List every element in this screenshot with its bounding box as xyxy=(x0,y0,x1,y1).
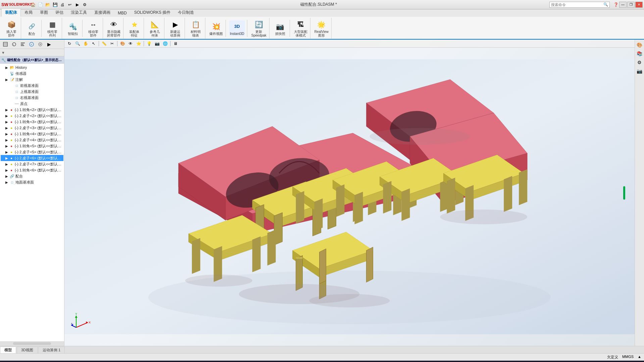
tree-item-part2-4[interactable]: ▶ ● (-) 2.桌子<4> (默认<<默认>_显示... xyxy=(1,137,63,143)
insert-part-btn[interactable]: 📦 插入零部件 xyxy=(4,18,19,38)
ribbon-group-smart: 🔩 智能扣 xyxy=(63,20,83,37)
search-input[interactable] xyxy=(551,3,603,7)
tab-motion-study[interactable]: 运动算例 1 xyxy=(38,347,65,353)
home-btn[interactable]: 🏠 xyxy=(30,1,36,8)
tab-model[interactable]: 模型 xyxy=(0,347,16,353)
realview-btn[interactable]: 🌟 RealView图形 xyxy=(314,18,329,38)
restore-btn[interactable]: ❐ xyxy=(627,2,635,8)
feature-manager-btn[interactable] xyxy=(1,41,9,48)
tree-item-right-plane[interactable]: □ 右视基准面 xyxy=(1,95,63,101)
p12-expand[interactable]: ▶ xyxy=(5,108,9,112)
tree-item-origin[interactable]: — 原点 xyxy=(1,101,63,107)
tree-root-item[interactable]: 🔧 磁性配合（默认<<默认>_显示状态-1>） xyxy=(0,56,64,64)
hide-show-btn[interactable]: 👁 xyxy=(127,40,134,47)
tree-item-part2-3[interactable]: ▶ ● (-) 2.桌子<3> (默认<<默认>_显示... xyxy=(1,125,63,131)
snapshot-btn[interactable]: 📷 抓快照 xyxy=(273,20,288,36)
tab-evaluate[interactable]: 评估 xyxy=(52,8,67,17)
measure-btn[interactable]: 📏 xyxy=(100,40,108,47)
tab-sketch[interactable]: 草图 xyxy=(36,8,52,17)
tree-item-annotations[interactable]: ▶ 📝 注解 xyxy=(1,76,63,83)
tab-plugins[interactable]: SOLIDWORKS 插件 xyxy=(131,8,175,17)
status-extra: ▲ xyxy=(638,355,641,360)
display-manager-btn[interactable] xyxy=(36,41,44,48)
tree-item-part2-5[interactable]: ▶ ● (-) 2.桌子<5> (默认<<默认>_显示... xyxy=(1,149,63,155)
tree-item-part2-2[interactable]: ▶ ● (-) 2.桌子<2> (默认<<默认>_显示... xyxy=(1,113,63,119)
lights-btn[interactable]: 💡 xyxy=(145,40,153,47)
pan-btn[interactable]: ✋ xyxy=(82,40,89,47)
tree-item-ground-plane[interactable]: ▶ □ 地面基准面 xyxy=(1,179,63,185)
tab-layout[interactable]: 布局 xyxy=(21,8,36,17)
h-scroll-thumb[interactable] xyxy=(13,342,51,345)
right-tab-camera[interactable]: 📷 xyxy=(636,67,644,75)
tree-item-part1-4[interactable]: ▶ ● (-) 1.转角<4> (默认<<默认>_显示... xyxy=(1,131,63,137)
tree-item-part2-6[interactable]: ▶ ● (-) 2.桌子<6> (默认<<默认>_显示... xyxy=(1,155,63,161)
camera-btn[interactable]: 📷 xyxy=(153,40,161,47)
help-btn[interactable]: ❓ xyxy=(612,1,619,8)
select-btn[interactable]: ↖ xyxy=(90,40,97,47)
horizontal-scrollbar[interactable] xyxy=(0,341,64,346)
mate-btn[interactable]: 🔗 配合 xyxy=(24,20,39,36)
refgeo-btn[interactable]: 📐 参考几何体 xyxy=(147,18,162,38)
annotations-expand[interactable]: ▶ xyxy=(5,78,9,82)
tree-item-part2-7[interactable]: ▶ ● (-) 2.桌子<7> (默认<<默认>_显示... xyxy=(1,161,63,167)
tree-item-part1-6[interactable]: ▶ ● (-) 1.转角<6> (默认<<默认>_显示... xyxy=(1,167,63,173)
undo-btn[interactable]: ↩ xyxy=(66,1,73,8)
print-btn[interactable]: 🖨 xyxy=(59,1,66,8)
tree-item-history[interactable]: ▶ 📂 History xyxy=(1,64,63,70)
tree-item-front-plane[interactable]: □ 前视基准面 xyxy=(1,83,63,89)
smart-btn[interactable]: 🔩 智能扣 xyxy=(65,20,80,36)
tree-item-part1-3[interactable]: ▶ ● (-) 1.转角<3> (默认<<默认>_显示... xyxy=(1,119,63,125)
speedpak-btn[interactable]: 🔄 更新Speedpak xyxy=(251,18,267,38)
property-manager-btn[interactable]: i xyxy=(10,41,18,48)
tab-assembly[interactable]: 装配体 xyxy=(1,8,21,17)
appearance-btn[interactable]: ⭐ xyxy=(135,40,142,47)
save-btn[interactable]: 💾 xyxy=(52,1,58,8)
showhide-btn[interactable]: 👁 显示隐藏的零部件 xyxy=(106,18,121,38)
tree-item-sensors[interactable]: 📡 传感器 xyxy=(1,70,63,76)
close-btn[interactable]: ✕ xyxy=(635,2,643,8)
tab-direct[interactable]: 直接调画 xyxy=(91,8,114,17)
ribbon-group-showhide: 👁 显示隐藏的零部件 xyxy=(104,18,123,39)
move-icon: ↔ xyxy=(88,19,99,30)
panel-expand-btn[interactable]: ▶ xyxy=(45,41,53,48)
section-btn[interactable]: ✂ xyxy=(108,40,116,47)
scene-btn[interactable]: 🌐 xyxy=(161,40,169,47)
instant3d-btn[interactable]: 3D Instant3D xyxy=(229,20,245,36)
minimize-btn[interactable]: — xyxy=(619,2,627,8)
right-tab-appearance[interactable]: 🎨 xyxy=(636,41,644,49)
new-btn[interactable]: 📄 xyxy=(37,1,44,8)
right-tab-config[interactable]: ⚙ xyxy=(636,58,644,66)
tree-item-part1-2[interactable]: ▶ ● (-) 1.转角<2> (默认<<默认>_显示... xyxy=(1,107,63,113)
linear-btn[interactable]: ▦ 线性零件列 xyxy=(45,18,60,38)
bom-btn[interactable]: 📋 材料明细表 xyxy=(188,18,203,38)
tree-item-part1-5[interactable]: ▶ ● (-) 1.转角<5> (默认<<默认>_显示... xyxy=(1,143,63,149)
origin-label: 原点 xyxy=(20,101,28,106)
mate-label: 配合 xyxy=(29,32,35,36)
display-style-btn[interactable]: 🎨 xyxy=(119,40,126,47)
tab-render[interactable]: 渲染工具 xyxy=(67,8,91,17)
right-tab-layers[interactable]: 📚 xyxy=(636,50,644,58)
rotate-view-btn[interactable]: ↻ xyxy=(66,40,73,47)
dim-xpert-btn[interactable]: + xyxy=(28,41,36,48)
large-asm-btn[interactable]: 🏗 大型装配体模式 xyxy=(293,18,308,38)
config-manager-btn[interactable] xyxy=(19,41,27,48)
open-btn[interactable]: 📂 xyxy=(44,1,51,8)
move-btn[interactable]: ↔ 移动零部件 xyxy=(86,18,101,38)
motion-btn[interactable]: ▶ 新建运动算例 xyxy=(168,18,183,38)
viewport[interactable]: ↻ 🔍 ✋ ↖ 📏 ✂ 🎨 👁 ⭐ 💡 📷 🌐 🖥 xyxy=(64,40,635,346)
monitor-btn[interactable]: 🖥 xyxy=(172,40,179,47)
feature-btn[interactable]: ⭐ 装配体特征 xyxy=(127,18,142,38)
motion-icon: ▶ xyxy=(170,19,181,30)
tree-item-mates[interactable]: ▶ 🔗 配合 xyxy=(1,173,63,179)
redo-btn[interactable]: ▶ xyxy=(74,1,81,8)
explode-btn[interactable]: 💥 爆炸视图 xyxy=(209,20,224,36)
tree-item-top-plane[interactable]: □ 上视基准面 xyxy=(1,89,63,95)
search-icon[interactable]: 🔍 xyxy=(603,2,608,7)
tab-3d-view[interactable]: 3D视图 xyxy=(17,347,38,353)
tab-today[interactable]: 今日制造 xyxy=(174,8,198,17)
vp-divider2 xyxy=(117,41,117,46)
zoom-in-btn[interactable]: 🔍 xyxy=(74,40,81,47)
settings-btn[interactable]: ⚙ xyxy=(81,1,88,8)
tab-mbd[interactable]: MBD xyxy=(114,9,131,17)
history-expand[interactable]: ▶ xyxy=(5,66,9,69)
